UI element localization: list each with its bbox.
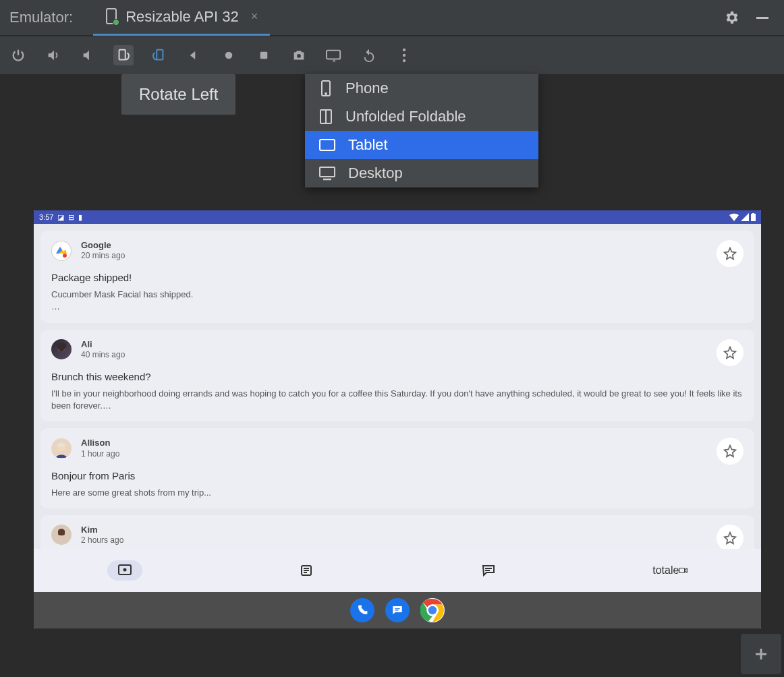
email-card[interactable]: Google 20 mins ago Package shipped! Cucu…	[40, 231, 754, 323]
sender-name: Allison	[81, 438, 119, 448]
volume-up-button[interactable]	[43, 45, 63, 65]
svg-point-2	[113, 19, 119, 24]
status-time: 3:57	[39, 213, 53, 221]
tab-title: Resizable API 32	[125, 8, 239, 26]
dropdown-item-foldable[interactable]: Unfolded Foldable	[305, 102, 538, 131]
home-button[interactable]	[219, 45, 239, 65]
messages-app-icon[interactable]	[385, 598, 410, 622]
sender-time: 40 mins ago	[81, 350, 125, 360]
svg-point-6	[225, 52, 233, 59]
svg-rect-35	[679, 568, 685, 572]
battery-icon	[751, 213, 756, 221]
svg-rect-3	[756, 17, 768, 19]
dropdown-label: Unfolded Foldable	[345, 108, 466, 125]
email-list[interactable]: Google 20 mins ago Package shipped! Cucu…	[34, 224, 761, 549]
rotate-left-tooltip: Rotate Left	[121, 74, 235, 115]
emulator-toolbotforward	[0, 36, 784, 74]
emulator-titlebar: Emulator: Resizable API 32 ×	[0, 0, 784, 36]
svg-point-28	[123, 568, 126, 572]
star-button[interactable]	[717, 339, 744, 366]
avatar	[51, 525, 72, 545]
power-button[interactable]	[8, 45, 28, 65]
email-card[interactable]: Allison 1 hour ago Bonjour from Paris He…	[40, 428, 754, 508]
emulator-tab[interactable]: Resizable API 32 ×	[93, 0, 270, 36]
signal-icon	[741, 213, 749, 221]
svg-point-10	[403, 49, 405, 51]
sender-time: 2 hours ago	[81, 535, 123, 546]
dropdown-label: Phone	[345, 80, 389, 97]
volume-down-button[interactable]	[78, 45, 99, 65]
dropdown-item-desktop[interactable]: Desktop	[305, 159, 538, 187]
svg-rect-17	[320, 140, 335, 150]
titlebar-label: Emulator:	[5, 9, 77, 26]
dropdown-item-phone[interactable]: Phone	[305, 74, 538, 102]
email-sender: Ali 40 mins ago	[81, 339, 125, 360]
settings-icon[interactable]	[723, 9, 739, 26]
email-subject: Brunch this weekend?	[51, 371, 744, 382]
email-sender: Google 20 mins ago	[81, 240, 125, 261]
star-button[interactable]	[717, 525, 744, 549]
display-mode-button[interactable]	[324, 45, 344, 65]
status-icon: ◪	[57, 213, 64, 222]
star-button[interactable]	[717, 438, 744, 465]
avatar	[51, 241, 72, 261]
sender-time: 20 mins ago	[81, 251, 125, 261]
minimize-icon[interactable]	[754, 9, 771, 26]
svg-rect-20	[751, 214, 756, 221]
android-status-bar: 3:57 ◪ ⊟ ▮	[34, 210, 761, 224]
emulator-screen[interactable]: 3:57 ◪ ⊟ ▮ Google 20 mins ago	[34, 210, 761, 628]
sender-name: Google	[81, 240, 125, 251]
overview-button[interactable]	[254, 45, 274, 65]
email-card[interactable]: Ali 40 mins ago Brunch this weekend? I'l…	[40, 330, 754, 422]
close-tab-icon[interactable]: ×	[251, 9, 258, 24]
svg-point-12	[403, 59, 405, 62]
email-subject: Bonjour from Paris	[51, 470, 744, 481]
android-system-nav	[34, 592, 761, 628]
snapshot-button[interactable]	[359, 45, 379, 65]
zoom-add-button[interactable]	[741, 634, 781, 674]
phone-app-icon[interactable]	[350, 598, 374, 622]
svg-rect-9	[327, 51, 340, 59]
email-sender: Kim 2 hours ago	[81, 525, 123, 546]
svg-rect-4	[119, 50, 125, 60]
svg-point-23	[63, 254, 67, 258]
nav-video[interactable]: totale	[652, 560, 688, 581]
dropdown-item-tablet[interactable]: Tablet	[305, 131, 538, 159]
nav-inbox[interactable]	[107, 560, 142, 581]
dropdown-label: Desktop	[348, 165, 403, 182]
email-preview: Here are some great shots from my trip..…	[51, 487, 744, 499]
display-mode-dropdown: Phone Unfolded Foldable Tablet Desktop	[305, 74, 538, 187]
dropdown-label: Tablet	[348, 136, 388, 154]
app-bottom-nav: totale	[34, 549, 761, 592]
svg-rect-5	[157, 50, 163, 60]
back-button[interactable]	[184, 45, 204, 65]
svg-point-14	[325, 93, 327, 94]
status-icon: ⊟	[68, 213, 74, 222]
email-subject: Package shipped!	[51, 272, 744, 283]
sender-time: 1 hour ago	[81, 449, 119, 459]
svg-rect-7	[260, 52, 268, 59]
svg-rect-21	[752, 213, 754, 214]
email-sender: Allison 1 hour ago	[81, 438, 119, 459]
rotate-right-button[interactable]	[148, 45, 169, 65]
nav-chat[interactable]	[471, 560, 506, 581]
nav-articles[interactable]	[289, 560, 324, 581]
sender-name: Kim	[81, 525, 123, 535]
avatar	[51, 438, 72, 459]
device-icon	[105, 8, 120, 26]
chrome-app-icon[interactable]	[420, 598, 445, 622]
screenshot-button[interactable]	[289, 45, 309, 65]
svg-rect-18	[320, 167, 335, 177]
status-icon: ▮	[78, 213, 82, 222]
svg-point-8	[297, 54, 301, 58]
svg-point-11	[403, 54, 405, 57]
more-button[interactable]	[394, 45, 414, 65]
email-preview: Cucumber Mask Facial has shipped.…	[51, 289, 744, 313]
star-button[interactable]	[717, 240, 744, 267]
wifi-icon	[729, 213, 739, 221]
sender-name: Ali	[81, 339, 125, 350]
email-card[interactable]: Kim 2 hours ago High school reunion? Hi …	[40, 515, 754, 549]
email-preview: I'll be in your neighborhood doing erran…	[51, 388, 744, 412]
avatar	[51, 339, 72, 359]
rotate-left-button[interactable]	[113, 45, 134, 65]
